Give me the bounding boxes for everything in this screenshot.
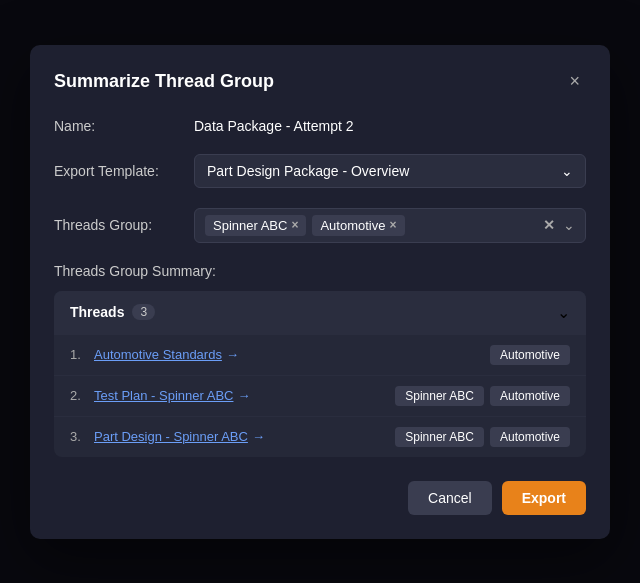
tags-field[interactable]: Spinner ABC × Automotive × ✕ ⌄: [194, 208, 586, 243]
thread-tag: Automotive: [490, 345, 570, 365]
tag-label: Spinner ABC: [213, 218, 287, 233]
thread-link[interactable]: Test Plan - Spinner ABC: [94, 388, 233, 403]
table-row: 3. Part Design - Spinner ABC → Spinner A…: [54, 416, 586, 457]
tags-controls: ✕ ⌄: [543, 217, 575, 233]
thread-arrow-icon: →: [237, 388, 250, 403]
threads-header[interactable]: Threads 3 ⌄: [54, 291, 586, 334]
table-row: 2. Test Plan - Spinner ABC → Spinner ABC…: [54, 375, 586, 416]
template-select[interactable]: Part Design Package - Overview ⌄: [194, 154, 586, 188]
thread-tag: Automotive: [490, 386, 570, 406]
thread-link[interactable]: Automotive Standards: [94, 347, 222, 362]
threads-group-label: Threads Group:: [54, 217, 194, 233]
thread-tag: Automotive: [490, 427, 570, 447]
tag-remove-automotive[interactable]: ×: [390, 218, 397, 232]
modal-footer: Cancel Export: [54, 481, 586, 515]
template-label: Export Template:: [54, 163, 194, 179]
tag-label: Automotive: [320, 218, 385, 233]
thread-tags: Spinner ABC Automotive: [395, 427, 570, 447]
threads-header-left: Threads 3: [70, 304, 155, 320]
threads-count: 3: [132, 304, 155, 320]
threads-chevron-icon: ⌄: [557, 303, 570, 322]
close-button[interactable]: ×: [563, 69, 586, 94]
tags-chevron-icon[interactable]: ⌄: [563, 217, 575, 233]
thread-tags: Spinner ABC Automotive: [395, 386, 570, 406]
template-value: Part Design Package - Overview: [207, 163, 409, 179]
modal-header: Summarize Thread Group ×: [54, 69, 586, 94]
modal-dialog: Summarize Thread Group × Name: Data Pack…: [30, 45, 610, 539]
name-row: Name: Data Package - Attempt 2: [54, 118, 586, 134]
threads-title: Threads: [70, 304, 124, 320]
threads-summary-label: Threads Group Summary:: [54, 263, 586, 279]
tags-clear-button[interactable]: ✕: [543, 217, 555, 233]
table-row: 1. Automotive Standards → Automotive: [54, 334, 586, 375]
thread-tag: Spinner ABC: [395, 427, 484, 447]
cancel-button[interactable]: Cancel: [408, 481, 492, 515]
threads-group-row: Threads Group: Spinner ABC × Automotive …: [54, 208, 586, 243]
modal-title: Summarize Thread Group: [54, 71, 274, 92]
chevron-down-icon: ⌄: [561, 163, 573, 179]
threads-panel: Threads 3 ⌄ 1. Automotive Standards → Au…: [54, 291, 586, 457]
thread-link[interactable]: Part Design - Spinner ABC: [94, 429, 248, 444]
tag-spinner-abc: Spinner ABC ×: [205, 215, 306, 236]
thread-num: 1.: [70, 347, 90, 362]
thread-num: 3.: [70, 429, 90, 444]
tag-automotive: Automotive ×: [312, 215, 404, 236]
thread-arrow-icon: →: [252, 429, 265, 444]
export-button[interactable]: Export: [502, 481, 586, 515]
modal-overlay: Summarize Thread Group × Name: Data Pack…: [0, 0, 640, 583]
name-value: Data Package - Attempt 2: [194, 118, 586, 134]
thread-tag: Spinner ABC: [395, 386, 484, 406]
thread-tags: Automotive: [490, 345, 570, 365]
thread-arrow-icon: →: [226, 347, 239, 362]
tag-remove-spinner[interactable]: ×: [291, 218, 298, 232]
template-row: Export Template: Part Design Package - O…: [54, 154, 586, 188]
name-label: Name:: [54, 118, 194, 134]
thread-num: 2.: [70, 388, 90, 403]
